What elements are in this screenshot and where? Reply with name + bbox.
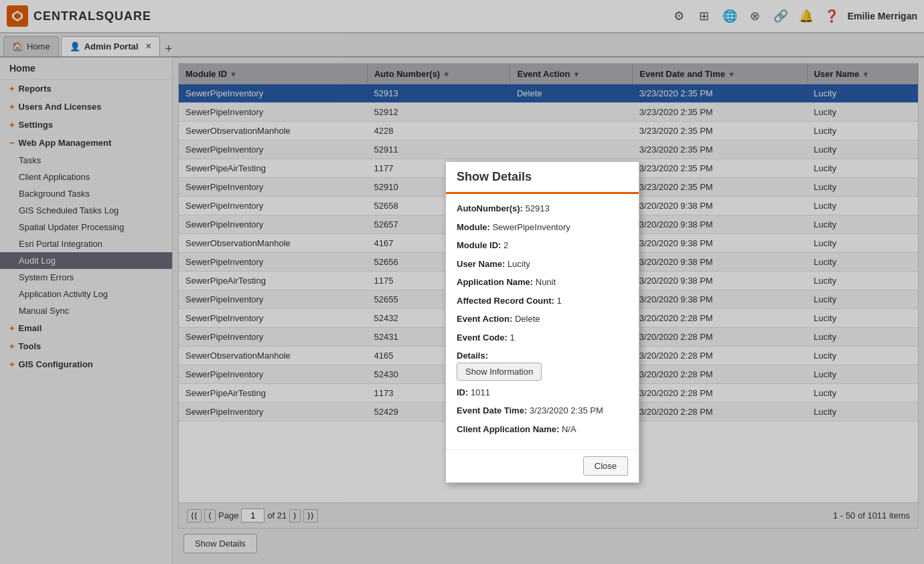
- modal-body: AutoNumber(s): 52913 Module: SewerPipeIn…: [446, 194, 639, 449]
- modal-value-autonumber: 52913: [526, 203, 550, 213]
- modal-label-event-datetime: Event Date Time:: [457, 405, 530, 415]
- modal-value-event-action: Delete: [515, 314, 540, 324]
- modal-field-module: Module: SewerPipeInventory: [457, 221, 628, 234]
- modal-label-event-action: Event Action:: [457, 314, 515, 324]
- modal-field-record-count: Affected Record Count: 1: [457, 294, 628, 308]
- modal-field-client-app-name: Client Application Name: N/A: [457, 423, 628, 436]
- modal-field-app-name: Application Name: Nunit: [457, 276, 628, 289]
- modal-label-id: ID:: [457, 387, 471, 397]
- modal-label-record-count: Affected Record Count:: [457, 296, 557, 306]
- modal-value-client-app-name: N/A: [562, 424, 576, 434]
- modal-label-details: Details:: [457, 351, 488, 361]
- modal-value-module-id: 2: [504, 240, 508, 250]
- modal-footer: Close: [446, 449, 639, 482]
- modal-field-event-datetime: Event Date Time: 3/23/2020 2:35 PM: [457, 404, 628, 417]
- modal-field-id: ID: 1011: [457, 386, 628, 399]
- modal-field-event-action: Event Action: Delete: [457, 312, 628, 326]
- modal-overlay: Show Details AutoNumber(s): 52913 Module…: [0, 0, 924, 564]
- modal-label-autonumber: AutoNumber(s):: [457, 203, 526, 213]
- modal-value-record-count: 1: [557, 296, 562, 306]
- modal-title: Show Details: [446, 162, 639, 194]
- modal-value-event-code: 1: [510, 333, 514, 343]
- modal-field-autonumber: AutoNumber(s): 52913: [457, 202, 628, 215]
- modal-label-module: Module:: [457, 222, 492, 232]
- modal-label-username: User Name:: [457, 259, 508, 269]
- modal-value-username: Lucity: [508, 259, 530, 269]
- modal-value-module: SewerPipeInventory: [492, 222, 570, 232]
- modal-label-module-id: Module ID:: [457, 240, 504, 250]
- modal-value-event-datetime: 3/23/2020 2:35 PM: [530, 405, 603, 415]
- show-information-button[interactable]: Show Information: [457, 363, 542, 381]
- modal-field-username: User Name: Lucity: [457, 258, 628, 271]
- modal-field-details: Details: Show Information: [457, 349, 628, 381]
- modal-field-module-id: Module ID: 2: [457, 239, 628, 252]
- modal-label-client-app-name: Client Application Name:: [457, 424, 562, 434]
- modal-close-button[interactable]: Close: [583, 456, 628, 476]
- modal-label-event-code: Event Code:: [457, 333, 510, 343]
- modal-field-event-code: Event Code: 1: [457, 331, 628, 345]
- modal-label-app-name: Application Name:: [457, 277, 536, 287]
- modal-value-id: 1011: [471, 387, 490, 397]
- modal-value-app-name: Nunit: [536, 277, 556, 287]
- show-details-modal: Show Details AutoNumber(s): 52913 Module…: [445, 161, 639, 483]
